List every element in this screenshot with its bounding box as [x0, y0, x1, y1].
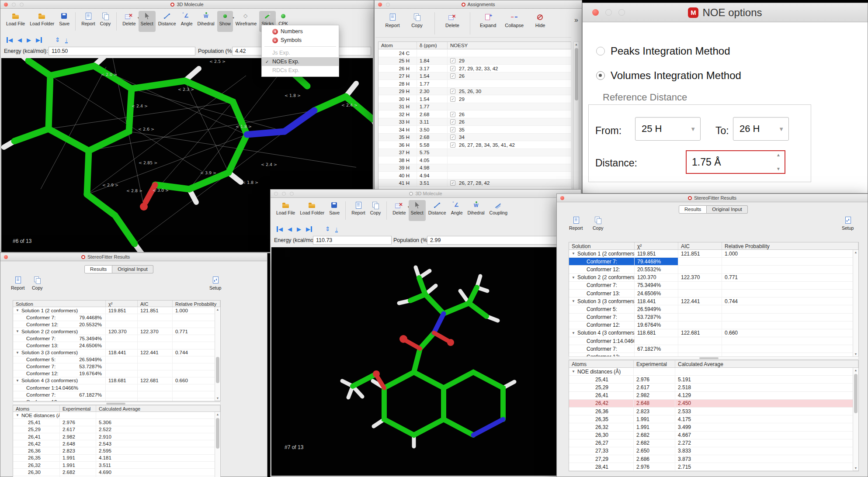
menu-item-numbers[interactable]: 4Numbers [262, 27, 339, 36]
prev-icon[interactable] [288, 226, 292, 232]
atoms-row[interactable]: 26,412.9822.910 [13, 433, 220, 440]
energy-input[interactable]: 110.73 [313, 236, 392, 245]
align-icon[interactable] [55, 37, 60, 43]
checkbox-checked-icon[interactable]: ✓ [450, 112, 455, 117]
solution-row[interactable]: Conformer 5:26.5949% [569, 305, 858, 313]
disclosure-triangle-icon[interactable]: ▼ [572, 299, 575, 303]
toolbar-button-load-file[interactable]: Load File [4, 11, 27, 32]
column-header-aic[interactable]: AIC [138, 301, 173, 307]
table-row[interactable]: 37 H5.75 [378, 149, 571, 157]
disclosure-triangle-icon[interactable]: ▼ [572, 252, 575, 256]
table-row[interactable]: 41 H3.51✓26, 27, 28, 42 [378, 180, 571, 187]
checkbox-checked-icon[interactable]: ✓ [450, 119, 455, 124]
checkbox-checked-icon[interactable]: ✓ [450, 142, 455, 148]
close-button[interactable] [378, 3, 382, 7]
scroll-up-icon[interactable]: ▲ [853, 369, 858, 372]
checkbox-checked-icon[interactable]: ✓ [450, 66, 455, 71]
close-button[interactable] [560, 196, 564, 200]
table-row[interactable]: 30 H1.54✓29 [378, 95, 571, 103]
tab-results[interactable]: Results [84, 265, 112, 273]
atoms-row[interactable]: 25,412.9765.306 [13, 419, 220, 426]
population-input[interactable]: 2.99 [427, 236, 578, 245]
scrollbar[interactable]: ▲ ▼ [853, 250, 858, 357]
solution-row[interactable]: Conformer 12:19.6764% [13, 370, 220, 377]
menu-item-symbols[interactable]: xSymbols [262, 36, 339, 45]
atoms-row[interactable]: 26,302.6824.667 [569, 432, 858, 439]
menu-item-rdcs-exp[interactable]: RDCs Exp. [262, 66, 339, 75]
toolbar-button-select[interactable]: Select [409, 200, 426, 221]
volumes-method-option[interactable]: Volumes Integration Method [596, 69, 741, 82]
column-header-experimental[interactable]: Experimental [634, 360, 675, 367]
atoms-row[interactable]: 26,321.9913.499 [569, 423, 858, 431]
solution-row[interactable]: Conformer 7:75.3494% [13, 335, 220, 342]
table-row[interactable]: 24 C [378, 49, 571, 57]
align-icon[interactable] [325, 226, 330, 232]
close-button[interactable] [4, 3, 8, 7]
solution-row[interactable]: ▼Solution 4 (3 conformers)118.681122.681… [569, 329, 858, 337]
scroll-down-icon[interactable]: ▼ [853, 467, 858, 470]
atoms-row[interactable]: 26,412.9824.129 [569, 392, 858, 400]
solution-row[interactable]: Conformer 13:24.6506% [569, 290, 858, 297]
toolbar-button-delete[interactable]: Delete▾ [390, 200, 408, 221]
atoms-row[interactable]: 26,362.8232.533 [569, 408, 858, 415]
molecule-canvas[interactable]: #7 of 13 [271, 247, 580, 476]
toolbar-button-save[interactable]: Save [327, 200, 342, 221]
checkbox-checked-icon[interactable]: ✓ [450, 127, 455, 132]
toolbar-button-dihedral[interactable]: Dihedral [195, 11, 216, 32]
next-icon[interactable] [297, 226, 301, 232]
atoms-row[interactable]: 27,332.6503.833 [569, 447, 858, 455]
menu-item-noes-exp[interactable]: ✓NOEs Exp. [262, 57, 339, 66]
column-header-noesy[interactable]: NOESY [448, 42, 571, 50]
solution-row[interactable]: ▼Solution 3 (3 conformers)118.441122.441… [569, 297, 858, 305]
table-row[interactable]: 31 H1.77 [378, 103, 571, 111]
atoms-row[interactable]: 28,412.9762.715 [569, 463, 858, 471]
scroll-thumb[interactable] [216, 357, 219, 383]
last-icon[interactable] [36, 37, 42, 43]
first-icon[interactable] [7, 37, 13, 43]
disclosure-triangle-icon[interactable]: ▼ [16, 379, 19, 383]
drop-icon[interactable] [65, 37, 68, 43]
solution-row[interactable]: Conformer 7:67.1827% [13, 391, 220, 398]
horizontal-scrollbar[interactable] [13, 402, 221, 405]
scrollbar[interactable]: ▲ ▼ [215, 307, 220, 401]
drop-icon[interactable] [335, 226, 338, 232]
column-header-[interactable]: χ² [106, 301, 138, 307]
scroll-up-icon[interactable]: ▲ [853, 251, 858, 254]
scroll-thumb[interactable] [216, 418, 219, 449]
solution-row[interactable]: Conformer 12:20.5532% [13, 321, 220, 328]
table-row[interactable]: 25 H1.84✓29 [378, 57, 571, 65]
last-icon[interactable] [306, 226, 312, 232]
prev-icon[interactable] [17, 37, 22, 43]
copy-button[interactable]: Copy [593, 217, 604, 231]
table-row[interactable]: 36 H5.58✓26, 27, 28, 34, 35, 41, 42 [378, 141, 571, 149]
disclosure-triangle-icon[interactable]: ▼ [16, 351, 19, 355]
atoms-row[interactable]: 26,351.9914.181 [13, 455, 220, 462]
disclosure-triangle-icon[interactable]: ▼ [16, 329, 19, 333]
atoms-row[interactable]: 26,362.8232.595 [13, 447, 220, 454]
tab-results[interactable]: Results [679, 205, 707, 214]
next-icon[interactable] [27, 37, 31, 43]
toolbar-button-distance[interactable]: Distance [156, 11, 178, 32]
radio-volumes[interactable] [596, 71, 605, 80]
checkbox-checked-icon[interactable]: ✓ [450, 73, 455, 79]
toolbar-button-coupling[interactable]: Coupling [487, 200, 510, 221]
scroll-up-icon[interactable]: ▲ [215, 413, 220, 416]
atoms-row[interactable]: 26,272.6822.272 [569, 439, 858, 447]
atoms-row[interactable]: ▼NOE distances (Å) [13, 412, 220, 419]
atoms-row[interactable]: 25,292.6172.518 [569, 384, 858, 391]
scroll-down-icon[interactable]: ▼ [215, 397, 220, 400]
column-header-calculated-average[interactable]: Calculated Average [96, 405, 220, 411]
table-row[interactable]: 38 H4.05 [378, 156, 571, 164]
from-select[interactable]: 25 H ▼ [635, 117, 701, 141]
column-header-solution[interactable]: Solution [13, 301, 106, 307]
toolbar-button-wireframe[interactable]: Wireframe [233, 11, 259, 32]
solution-row[interactable]: Conformer 12:20.5532% [569, 266, 858, 273]
column-header-atoms[interactable]: Atoms [13, 405, 60, 411]
radio-peaks[interactable] [596, 47, 605, 55]
table-row[interactable]: 35 H2.68✓34 [378, 134, 571, 142]
to-select[interactable]: 26 H ▼ [733, 117, 789, 141]
toolbar-button-copy[interactable]: Copy [98, 11, 113, 32]
column-header-relative-probability[interactable]: Relative Probability [173, 301, 220, 307]
toolbar-button-dihedral[interactable]: Dihedral [465, 200, 486, 221]
close-button[interactable] [4, 255, 8, 259]
